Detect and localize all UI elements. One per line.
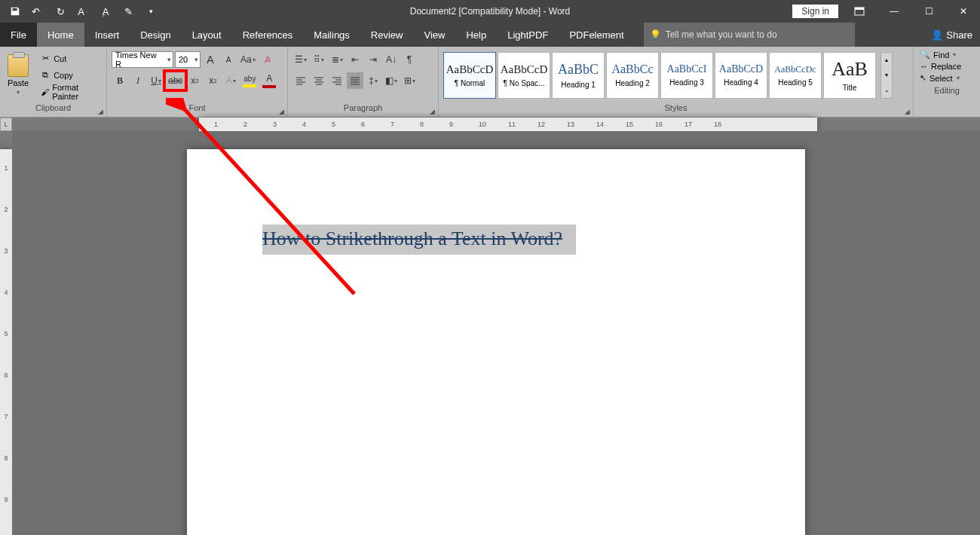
share-button[interactable]: 👤 Share xyxy=(923,23,980,47)
qat-customize[interactable]: ▾ xyxy=(140,2,161,21)
group-font: Times New R 20 A A Aa▾ A̷ B I U▾ abc x2 … xyxy=(107,47,288,117)
style-heading-3[interactable]: AaBbCcIHeading 3 xyxy=(660,52,713,99)
format-painter-button[interactable]: 🖌Format Painter xyxy=(38,84,102,99)
paragraph-launcher[interactable]: ◢ xyxy=(430,108,435,115)
subscript-button[interactable]: x2 xyxy=(186,72,203,89)
paste-button[interactable]: Paste ▾ xyxy=(5,54,32,96)
ruler-corner[interactable]: L xyxy=(0,118,12,131)
qat-button-1[interactable]: A▾ xyxy=(72,2,93,21)
copy-icon: ⧉ xyxy=(40,70,51,81)
undo-button[interactable]: ↶▾ xyxy=(27,2,48,21)
clipboard-launcher[interactable]: ◢ xyxy=(98,108,103,115)
style-heading-4[interactable]: AaBbCcDHeading 4 xyxy=(715,52,767,99)
group-label: Font xyxy=(107,103,287,117)
save-button[interactable] xyxy=(5,2,26,21)
style-heading-5[interactable]: AaBbCcDcHeading 5 xyxy=(769,52,822,99)
redo-button[interactable]: ↻ xyxy=(50,2,71,21)
scissors-icon: ✂ xyxy=(40,54,51,64)
svg-rect-1 xyxy=(855,8,864,10)
tab-pdfelement[interactable]: PDFelement xyxy=(559,23,634,47)
bullets-button[interactable]: ☰▾ xyxy=(292,51,309,68)
sort-button[interactable]: A↓ xyxy=(383,51,400,68)
group-styles: AaBbCcD¶ NormalAaBbCcD¶ No Spac...AaBbCH… xyxy=(439,47,914,117)
paste-icon xyxy=(8,54,29,77)
tab-design[interactable]: Design xyxy=(130,23,181,47)
text-effects-button[interactable]: A▾ xyxy=(222,72,239,89)
tellme-search[interactable]: 💡 Tell me what you want to do xyxy=(644,23,855,47)
shading-button[interactable]: ◧▾ xyxy=(383,72,400,89)
styles-launcher[interactable]: ◢ xyxy=(905,108,910,115)
align-left-button[interactable] xyxy=(292,72,309,89)
tab-layout[interactable]: Layout xyxy=(182,23,232,47)
copy-button[interactable]: ⧉Copy xyxy=(38,68,102,83)
bold-button[interactable]: B xyxy=(112,72,128,89)
style-heading-1[interactable]: AaBbCHeading 1 xyxy=(552,52,605,99)
italic-button[interactable]: I xyxy=(130,72,146,89)
tab-home[interactable]: Home xyxy=(37,23,84,47)
style--no-spac-[interactable]: AaBbCcD¶ No Spac... xyxy=(498,52,550,99)
quick-access-toolbar: ↶▾ ↻ A▾ A✓ ✎ ▾ xyxy=(0,2,161,21)
shrink-font-button[interactable]: A xyxy=(220,51,237,68)
multilevel-button[interactable]: ≣▾ xyxy=(329,51,345,68)
vertical-ruler[interactable]: 12345678910 xyxy=(0,131,12,535)
superscript-button[interactable]: x2 xyxy=(204,72,221,89)
replace-button[interactable]: ↔Replace xyxy=(920,62,974,71)
justify-button[interactable] xyxy=(347,72,363,89)
line-spacing-button[interactable]: ‡▾ xyxy=(365,72,381,89)
replace-icon: ↔ xyxy=(920,62,928,71)
signin-button[interactable]: Sign in xyxy=(792,5,838,18)
ribbon-options-button[interactable] xyxy=(846,0,873,23)
horizontal-ruler[interactable]: 123456789101112131415161718 xyxy=(12,118,980,131)
font-name-combo[interactable]: Times New R xyxy=(112,51,173,68)
font-launcher[interactable]: ◢ xyxy=(279,108,284,115)
font-color-button[interactable]: A xyxy=(260,72,278,89)
tab-view[interactable]: View xyxy=(413,23,455,47)
decrease-indent-button[interactable]: ⇤ xyxy=(347,51,363,68)
font-size-combo[interactable]: 20 xyxy=(175,51,201,68)
tab-help[interactable]: Help xyxy=(455,23,497,47)
clear-formatting-button[interactable]: A̷ xyxy=(259,51,276,68)
show-marks-button[interactable]: ¶ xyxy=(401,51,418,68)
close-button[interactable]: ✕ xyxy=(950,0,977,23)
grow-font-button[interactable]: A xyxy=(202,51,219,68)
group-paragraph: ☰▾ ⠿▾ ≣▾ ⇤ ⇥ A↓ ¶ ‡▾ ◧▾ ⊞▾ Paragraph ◢ xyxy=(288,47,439,117)
numbering-button[interactable]: ⠿▾ xyxy=(311,51,327,68)
tab-review[interactable]: Review xyxy=(360,23,414,47)
bulb-icon: 💡 xyxy=(650,29,661,40)
underline-button[interactable]: U▾ xyxy=(148,72,164,89)
style--normal[interactable]: AaBbCcD¶ Normal xyxy=(443,52,496,99)
tab-file[interactable]: File xyxy=(0,23,37,47)
style-title[interactable]: AaBTitle xyxy=(823,52,876,99)
group-label: Editing xyxy=(914,86,980,99)
ribbon-tabs: File Home Insert Design Layout Reference… xyxy=(0,23,980,47)
cursor-icon: ↖ xyxy=(920,73,926,83)
borders-button[interactable]: ⊞▾ xyxy=(401,72,418,89)
cut-button[interactable]: ✂Cut xyxy=(38,51,102,66)
minimize-button[interactable]: — xyxy=(880,0,908,23)
selected-text[interactable]: How to Strikethrough a Text in Word? xyxy=(262,225,576,255)
styles-gallery[interactable]: AaBbCcD¶ NormalAaBbCcD¶ No Spac...AaBbCH… xyxy=(442,50,877,101)
change-case-button[interactable]: Aa▾ xyxy=(238,51,258,68)
tab-insert[interactable]: Insert xyxy=(84,23,130,47)
document-page[interactable]: How to Strikethrough a Text in Word? xyxy=(187,149,805,535)
align-right-button[interactable] xyxy=(329,72,345,89)
spelling-button[interactable]: A✓ xyxy=(95,2,116,21)
brush-icon: 🖌 xyxy=(40,87,49,97)
style-heading-2[interactable]: AaBbCcHeading 2 xyxy=(606,52,659,99)
document-canvas[interactable]: How to Strikethrough a Text in Word? xyxy=(12,131,980,535)
highlight-button[interactable]: aby xyxy=(240,74,259,88)
qat-button-2[interactable]: ✎ xyxy=(118,2,139,21)
maximize-button[interactable]: ☐ xyxy=(915,0,942,23)
select-button[interactable]: ↖Select▾ xyxy=(920,73,974,83)
tab-lightpdf[interactable]: LightPDF xyxy=(497,23,559,47)
group-editing: 🔍Find▾ ↔Replace ↖Select▾ Editing xyxy=(914,47,980,117)
styles-scroll[interactable]: ▴▾⌄ xyxy=(880,52,893,99)
align-center-button[interactable] xyxy=(311,72,327,89)
tab-mailings[interactable]: Mailings xyxy=(303,23,360,47)
tab-references[interactable]: References xyxy=(232,23,303,47)
group-label: Styles xyxy=(439,103,913,117)
find-button[interactable]: 🔍Find▾ xyxy=(920,50,974,60)
strikethrough-button[interactable]: abc xyxy=(166,72,185,89)
group-label: Clipboard xyxy=(0,103,106,117)
increase-indent-button[interactable]: ⇥ xyxy=(365,51,381,68)
